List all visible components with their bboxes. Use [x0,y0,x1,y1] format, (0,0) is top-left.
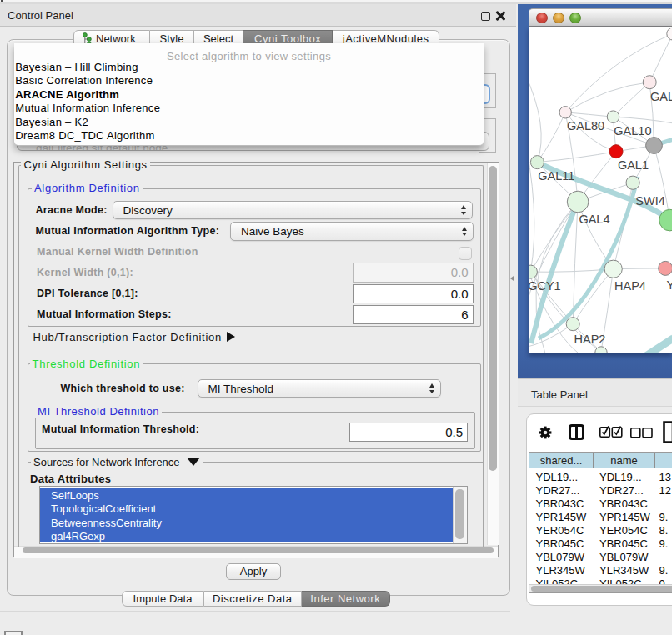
svg-text:HAP2: HAP2 [574,332,605,345]
svg-text:GAL11: GAL11 [538,169,574,182]
svg-text:GAL1: GAL1 [617,158,648,171]
svg-text:HAP4: HAP4 [614,279,646,292]
svg-text:GAL4: GAL4 [579,212,609,226]
svg-text:GCY1: GCY1 [529,279,561,292]
svg-text:GAL10: GAL10 [614,124,651,138]
svg-text:SWI4: SWI4 [635,193,664,207]
svg-text:Y: Y [666,278,672,291]
svg-text:GAL80: GAL80 [567,118,604,132]
svg-text:GAL: GAL [650,90,672,103]
